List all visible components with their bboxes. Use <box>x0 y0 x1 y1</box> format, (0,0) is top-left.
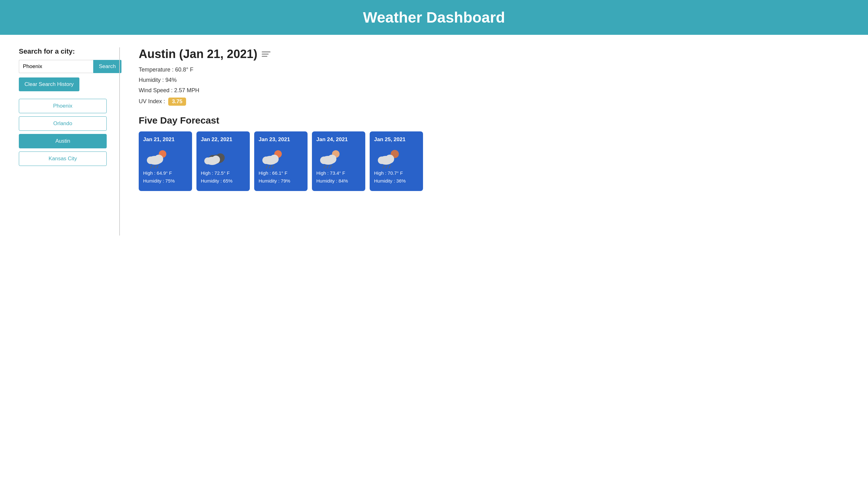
uv-label: UV Index : <box>139 98 165 104</box>
search-button[interactable]: Search <box>93 60 121 73</box>
forecast-card-1: Jan 22, 2021 High : 72.5° F Humidity : 6… <box>196 131 250 191</box>
sidebar-divider <box>119 47 120 235</box>
forecast-date-2: Jan 23, 2021 <box>258 136 303 143</box>
forecast-high-2: High : 66.1° F <box>258 170 303 176</box>
wind-line-2 <box>262 54 269 55</box>
forecast-icon-2 <box>258 147 287 169</box>
svg-line-17 <box>266 165 267 168</box>
svg-line-32 <box>386 165 387 168</box>
svg-point-29 <box>378 157 385 164</box>
svg-point-22 <box>320 157 328 164</box>
svg-line-31 <box>383 165 384 168</box>
forecast-date-0: Jan 21, 2021 <box>143 136 188 143</box>
forecast-card-4: Jan 25, 2021 High : 70.7° F Humidity : 3… <box>370 131 423 191</box>
svg-point-3 <box>154 155 163 163</box>
forecast-date-1: Jan 22, 2021 <box>201 136 245 143</box>
svg-line-6 <box>157 165 158 168</box>
weather-stats: Temperature : 60.8° F Humidity : 94% Win… <box>139 66 849 106</box>
uv-index-stat: UV Index : 3.75 <box>139 98 849 106</box>
forecast-high-4: High : 70.7° F <box>374 170 418 176</box>
forecast-card-0: Jan 21, 2021 High : 64.9° F Humidity : 7… <box>139 131 192 191</box>
forecast-date-3: Jan 24, 2021 <box>316 136 361 143</box>
forecast-humidity-0: Humidity : 75% <box>143 178 188 184</box>
clear-history-button[interactable]: Clear Search History <box>19 77 80 91</box>
svg-line-5 <box>154 165 155 168</box>
app-header: Weather Dashboard <box>0 0 868 35</box>
svg-point-23 <box>328 155 336 163</box>
main-content: Search for a city: Search Clear Search H… <box>0 35 868 248</box>
forecast-icon-0 <box>143 147 171 169</box>
forecast-title: Five Day Forecast <box>139 115 849 126</box>
wind-speed-stat: Wind Speed : 2.57 MPH <box>139 87 849 94</box>
svg-line-33 <box>389 165 391 168</box>
city-title-row: Austin (Jan 21, 2021) <box>139 47 849 61</box>
city-list: Phoenix Orlando Austin Kansas City <box>19 99 107 166</box>
forecast-high-1: High : 72.5° F <box>201 170 245 176</box>
svg-point-30 <box>385 155 394 163</box>
humidity-stat: Humidity : 94% <box>139 77 849 84</box>
weather-panel: Austin (Jan 21, 2021) Temperature : 60.8… <box>132 47 849 235</box>
svg-line-25 <box>327 165 328 168</box>
wind-line-3 <box>262 56 267 57</box>
forecast-card-2: Jan 23, 2021 High : 66.1° F Humidity : 7… <box>254 131 308 191</box>
svg-point-16 <box>270 155 279 163</box>
forecast-humidity-4: Humidity : 36% <box>374 178 418 184</box>
forecast-icon-4 <box>374 147 402 169</box>
forecast-humidity-3: Humidity : 84% <box>316 178 361 184</box>
forecast-high-0: High : 64.9° F <box>143 170 188 176</box>
forecast-date-4: Jan 25, 2021 <box>374 136 418 143</box>
svg-point-15 <box>262 157 270 164</box>
svg-point-2 <box>147 157 154 164</box>
city-title: Austin (Jan 21, 2021) <box>139 47 257 61</box>
svg-line-18 <box>269 165 271 168</box>
svg-point-11 <box>204 157 211 164</box>
city-button-phoenix[interactable]: Phoenix <box>19 99 107 113</box>
city-button-orlando[interactable]: Orlando <box>19 116 107 131</box>
city-button-austin[interactable]: Austin <box>19 134 107 148</box>
search-label: Search for a city: <box>19 47 107 56</box>
svg-point-12 <box>212 156 220 164</box>
forecast-card-3: Jan 24, 2021 High : 73.4° F Humidity : 8… <box>312 131 365 191</box>
svg-line-4 <box>151 165 152 168</box>
forecast-high-3: High : 73.4° F <box>316 170 361 176</box>
forecast-humidity-2: Humidity : 79% <box>258 178 303 184</box>
forecast-cards: Jan 21, 2021 High : 64.9° F Humidity : 7… <box>139 131 849 191</box>
forecast-icon-3 <box>316 147 345 169</box>
city-button-kansas-city[interactable]: Kansas City <box>19 152 107 166</box>
svg-line-26 <box>330 165 331 168</box>
svg-line-19 <box>272 165 274 168</box>
temperature-stat: Temperature : 60.8° F <box>139 66 849 73</box>
svg-line-24 <box>324 165 325 168</box>
search-input[interactable] <box>19 60 93 73</box>
uv-value: 3.75 <box>168 98 186 106</box>
forecast-humidity-1: Humidity : 65% <box>201 178 245 184</box>
wind-icon <box>262 52 271 57</box>
wind-line-1 <box>262 52 271 52</box>
forecast-icon-1 <box>201 147 229 169</box>
sidebar: Search for a city: Search Clear Search H… <box>19 47 107 235</box>
search-row: Search <box>19 60 107 73</box>
app-title: Weather Dashboard <box>6 9 862 26</box>
